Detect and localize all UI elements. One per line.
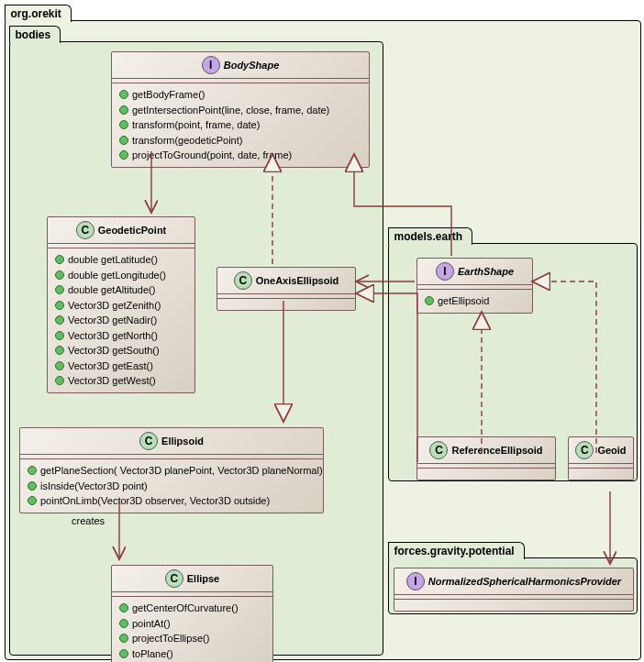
public-icon bbox=[55, 285, 64, 294]
public-icon bbox=[119, 105, 128, 115]
class-body: getPlaneSection( Vector3D planePoint, Ve… bbox=[20, 459, 323, 513]
method: pointOnLimb(Vector3D observer, Vector3D … bbox=[28, 493, 316, 509]
package-tab-org-orekit: org.orekit bbox=[5, 5, 72, 22]
class-icon: C bbox=[76, 221, 94, 239]
class-header: C GeodeticPoint bbox=[48, 217, 194, 244]
public-icon bbox=[55, 361, 64, 370]
class-name: NormalizedSphericalHarmonicsProvider bbox=[428, 576, 621, 587]
class-header: I EarthShape bbox=[417, 259, 532, 285]
class-geoid: C Geoid bbox=[568, 436, 634, 480]
method: toPlane() bbox=[119, 646, 265, 662]
public-icon bbox=[119, 603, 128, 612]
class-body: double getLatitude() double getLongitude… bbox=[48, 248, 194, 392]
class-normalizedsphericalharmonicsprovider: I NormalizedSphericalHarmonicsProvider bbox=[394, 568, 634, 612]
method: Vector3D getNadir() bbox=[55, 313, 187, 328]
public-icon bbox=[425, 296, 434, 305]
edge-label-creates: creates bbox=[72, 515, 105, 526]
package-tab-forces-gravity: forces.gravity.potential bbox=[388, 542, 525, 559]
public-icon bbox=[55, 315, 64, 325]
public-icon bbox=[119, 634, 128, 643]
public-icon bbox=[55, 331, 64, 340]
method: Vector3D getSouth() bbox=[55, 343, 187, 359]
class-referenceellipsoid: C ReferenceEllipsoid bbox=[416, 436, 556, 480]
public-icon bbox=[55, 376, 64, 385]
package-tab-bodies: bodies bbox=[9, 26, 61, 43]
class-ellipsoid: C Ellipsoid getPlaneSection( Vector3D pl… bbox=[19, 427, 324, 513]
class-name: GeodeticPoint bbox=[98, 225, 167, 236]
class-body bbox=[417, 469, 555, 480]
class-header: C ReferenceEllipsoid bbox=[417, 437, 555, 464]
public-icon bbox=[119, 619, 128, 628]
method: Vector3D getNorth() bbox=[55, 328, 187, 344]
class-name: ReferenceEllipsoid bbox=[451, 445, 542, 456]
class-header: I BodyShape bbox=[112, 52, 369, 79]
method: getPlaneSection( Vector3D planePoint, Ve… bbox=[28, 463, 316, 479]
class-body bbox=[569, 469, 633, 480]
method: Vector3D getZenith() bbox=[55, 298, 187, 314]
class-geodeticpoint: C GeodeticPoint double getLatitude() dou… bbox=[47, 216, 195, 393]
public-icon bbox=[119, 150, 128, 160]
public-icon bbox=[28, 496, 37, 505]
public-icon bbox=[119, 90, 128, 99]
method: projectToGround(point, date, frame) bbox=[119, 148, 361, 163]
class-name: Geoid bbox=[597, 445, 626, 456]
class-body: getEllipsoid bbox=[417, 290, 532, 313]
interface-icon: I bbox=[406, 572, 425, 590]
class-body bbox=[217, 299, 355, 310]
method: double getLatitude() bbox=[55, 252, 187, 268]
class-header: C OneAxisEllipsoid bbox=[217, 268, 355, 294]
class-bodyshape: I BodyShape getBodyFrame() getIntersecti… bbox=[111, 51, 370, 168]
method: getEllipsoid bbox=[425, 293, 525, 309]
package-org-orekit: org.orekit bodies I BodyShape getBodyFra… bbox=[5, 20, 641, 660]
public-icon bbox=[55, 255, 64, 264]
interface-icon: I bbox=[202, 56, 220, 74]
class-ellipse: C Ellipse getCenterOfCurvature() pointAt… bbox=[111, 565, 273, 662]
class-body: getBodyFrame() getIntersectionPoint(line… bbox=[112, 83, 369, 167]
method: isInside(Vector3D point) bbox=[28, 479, 316, 494]
method: pointAt() bbox=[119, 616, 265, 632]
class-name: EarthShape bbox=[458, 266, 514, 277]
method: double getLongitude() bbox=[55, 268, 187, 283]
class-icon: C bbox=[234, 271, 252, 290]
method: getCenterOfCurvature() bbox=[119, 601, 265, 616]
class-icon: C bbox=[139, 432, 158, 450]
package-bodies: bodies I BodyShape getBodyFrame() getInt… bbox=[9, 41, 383, 656]
class-oneaxisellipsoid: C OneAxisEllipsoid bbox=[217, 267, 356, 311]
public-icon bbox=[119, 120, 128, 129]
method: getIntersectionPoint(line, close, frame,… bbox=[119, 103, 361, 118]
class-name: Ellipsoid bbox=[161, 436, 204, 447]
class-icon: C bbox=[575, 441, 594, 459]
class-name: Ellipse bbox=[187, 573, 219, 584]
package-models-earth: models.earth I EarthShape getEllipsoid C… bbox=[388, 243, 638, 481]
method: transform(geodeticPoint) bbox=[119, 133, 361, 149]
interface-icon: I bbox=[436, 262, 454, 281]
method: projectToEllipse() bbox=[119, 631, 265, 646]
class-header: C Ellipsoid bbox=[20, 428, 323, 455]
method: Vector3D getEast() bbox=[55, 359, 187, 374]
class-header: C Geoid bbox=[569, 437, 633, 464]
class-earthshape: I EarthShape getEllipsoid bbox=[416, 258, 533, 314]
class-icon: C bbox=[429, 441, 448, 459]
class-name: OneAxisEllipsoid bbox=[256, 275, 339, 286]
class-header: I NormalizedSphericalHarmonicsProvider bbox=[394, 568, 633, 595]
public-icon bbox=[119, 136, 128, 145]
public-icon bbox=[28, 481, 37, 491]
method: Vector3D getWest() bbox=[55, 373, 187, 389]
class-body bbox=[394, 600, 633, 611]
public-icon bbox=[55, 270, 64, 280]
public-icon bbox=[55, 346, 64, 355]
public-icon bbox=[28, 466, 37, 475]
method: transform(point, frame, date) bbox=[119, 117, 361, 133]
method: double getAltitude() bbox=[55, 282, 187, 298]
class-body: getCenterOfCurvature() pointAt() project… bbox=[112, 597, 272, 662]
class-icon: C bbox=[165, 569, 183, 588]
class-header: C Ellipse bbox=[112, 566, 272, 592]
public-icon bbox=[119, 649, 128, 658]
package-forces-gravity-potential: forces.gravity.potential I NormalizedSph… bbox=[388, 557, 638, 614]
public-icon bbox=[55, 301, 64, 310]
package-tab-models-earth: models.earth bbox=[388, 227, 473, 245]
class-name: BodyShape bbox=[224, 60, 280, 71]
method: getBodyFrame() bbox=[119, 87, 361, 103]
